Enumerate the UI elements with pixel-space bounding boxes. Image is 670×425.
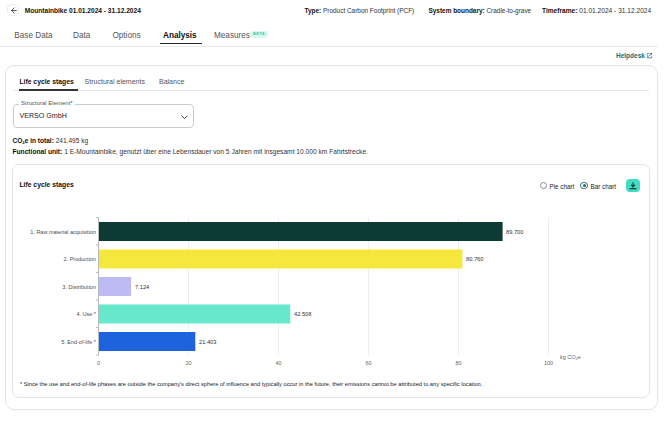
svg-text:4. Use *: 4. Use * <box>76 311 96 317</box>
svg-text:20: 20 <box>185 360 191 366</box>
svg-text:89.700: 89.700 <box>506 229 523 235</box>
svg-text:1. Raw material acquisition: 1. Raw material acquisition <box>30 229 96 235</box>
svg-text:7.124: 7.124 <box>135 284 149 290</box>
svg-text:42.508: 42.508 <box>294 311 311 317</box>
svg-text:0: 0 <box>97 360 100 366</box>
svg-text:2. Production: 2. Production <box>64 256 96 262</box>
svg-text:60: 60 <box>365 360 371 366</box>
svg-text:80: 80 <box>455 360 461 366</box>
svg-text:kg CO2e: kg CO2e <box>560 354 581 361</box>
svg-text:5. End-of-life *: 5. End-of-life * <box>61 339 97 345</box>
svg-text:100: 100 <box>544 360 553 366</box>
svg-text:21.403: 21.403 <box>199 339 216 345</box>
svg-text:40: 40 <box>275 360 281 366</box>
svg-text:3. Distribution: 3. Distribution <box>62 284 96 290</box>
svg-text:80.760: 80.760 <box>466 256 483 262</box>
